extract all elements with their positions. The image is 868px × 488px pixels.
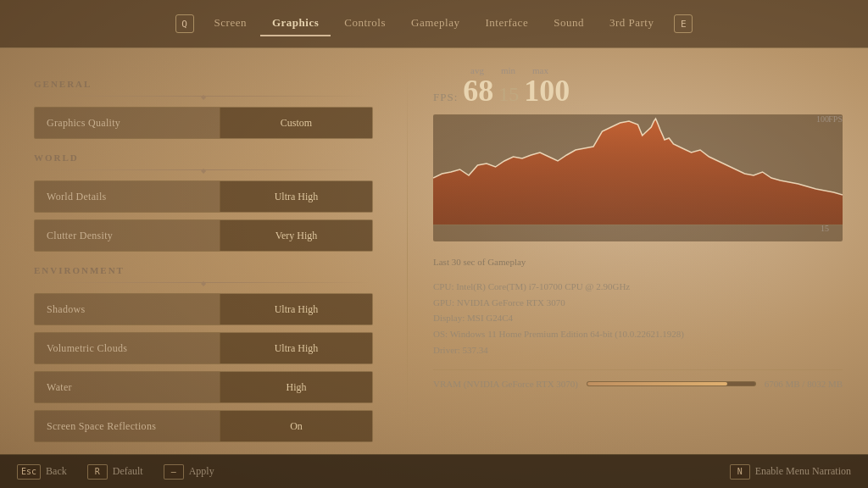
setting-water[interactable]: Water High (34, 371, 373, 403)
stats-panel: avg min max FPS: 68 15 100 FPS 100 (408, 48, 868, 454)
setting-screen-space-reflections[interactable]: Screen Space Reflections On (34, 410, 373, 442)
chart-subtitle: Last 30 sec of Gameplay (433, 257, 843, 267)
setting-label-clutter-density: Clutter Density (35, 230, 220, 242)
narration-label: Enable Menu Narration (755, 465, 851, 478)
default-action[interactable]: R Default (87, 464, 143, 480)
fps-label-text: FPS: (433, 91, 458, 104)
tab-3rdparty[interactable]: 3rd Party (598, 11, 666, 36)
apply-label: Apply (189, 465, 214, 478)
tab-gameplay[interactable]: Gameplay (399, 11, 471, 36)
settings-panel: GENERAL Graphics Quality Custom WORLD Wo… (0, 48, 407, 454)
setting-volumetric-clouds[interactable]: Volumetric Clouds Ultra High (34, 332, 373, 364)
tab-screen[interactable]: Screen (203, 11, 259, 36)
nav-tabs-container: Q Screen Graphics Controls Gameplay Inte… (169, 11, 700, 36)
bottom-bar: Esc Back R Default — Apply N Enable Menu… (0, 454, 868, 488)
section-divider-general (34, 96, 373, 97)
setting-label-volumetric-clouds: Volumetric Clouds (35, 342, 220, 355)
fps-chart-container: FPS 100 (433, 114, 843, 250)
vram-values: 6706 MB / 8032 MB (765, 379, 843, 389)
setting-value-volumetric-clouds: Ultra High (220, 333, 372, 363)
sysinfo-display: Display: MSI G24C4 (433, 310, 843, 326)
setting-label-graphics-quality: Graphics Quality (35, 117, 220, 130)
tab-sound[interactable]: Sound (542, 11, 596, 36)
fps-values-row: FPS: 68 15 100 (433, 75, 843, 106)
setting-shadows[interactable]: Shadows Ultra High (34, 293, 373, 325)
vram-bar-container (587, 381, 756, 386)
back-action[interactable]: Esc Back (17, 464, 67, 480)
sysinfo-driver: Driver: 537.34 (433, 342, 843, 358)
setting-world-details[interactable]: World Details Ultra High (34, 180, 373, 213)
setting-value-graphics-quality: Custom (220, 108, 372, 138)
setting-value-screen-space-reflections: On (220, 411, 372, 441)
sysinfo-cpu: CPU: Intel(R) Core(TM) i7-10700 CPU @ 2.… (433, 279, 843, 295)
bottom-actions-left: Esc Back R Default — Apply (17, 464, 214, 480)
setting-label-shadows: Shadows (35, 303, 220, 316)
chart-label-fps: FPS (828, 114, 843, 124)
main-content: GENERAL Graphics Quality Custom WORLD Wo… (0, 48, 868, 454)
back-label: Back (46, 465, 67, 478)
tab-interface[interactable]: Interface (473, 11, 540, 36)
default-label: Default (113, 465, 143, 478)
chart-label-15: 15 (821, 224, 829, 233)
section-title-environment: ENVIRONMENT (34, 265, 373, 275)
fps-min-label: min (501, 65, 515, 75)
default-key: R (87, 464, 108, 480)
fps-chart-svg (433, 114, 843, 241)
nav-right-key: E (674, 14, 693, 33)
chart-label-100: 100 (816, 114, 829, 124)
fps-max-value: 100 (524, 75, 570, 106)
sysinfo-gpu: GPU: NVIDIA GeForce RTX 3070 (433, 295, 843, 311)
sysinfo-os: OS: Windows 11 Home Premium Edition 64-b… (433, 326, 843, 342)
apply-action[interactable]: — Apply (164, 464, 214, 480)
top-navigation: Q Screen Graphics Controls Gameplay Inte… (0, 0, 868, 48)
section-title-world: WORLD (34, 152, 373, 163)
fps-avg-value: 68 (463, 75, 493, 106)
setting-clutter-density[interactable]: Clutter Density Very High (34, 219, 373, 252)
section-divider-environment (34, 282, 373, 283)
setting-label-screen-space-reflections: Screen Space Reflections (35, 420, 220, 433)
vram-section: VRAM (NVIDIA GeForce RTX 3070) 6706 MB /… (433, 369, 843, 389)
setting-value-clutter-density: Very High (220, 220, 372, 251)
setting-label-world-details: World Details (35, 191, 220, 203)
narration-key: N (730, 464, 750, 480)
tab-controls[interactable]: Controls (332, 11, 398, 36)
fps-min-value: 15 (498, 84, 519, 104)
setting-value-water: High (220, 372, 372, 402)
setting-value-shadows: Ultra High (220, 294, 372, 324)
system-info: CPU: Intel(R) Core(TM) i7-10700 CPU @ 2.… (433, 279, 843, 358)
section-divider-world (34, 169, 373, 170)
vram-bar-fill (587, 382, 727, 385)
setting-label-water: Water (35, 381, 220, 394)
tab-graphics[interactable]: Graphics (260, 11, 331, 36)
nav-left-key: Q (175, 14, 194, 33)
apply-key: — (164, 464, 184, 480)
bottom-actions-right: N Enable Menu Narration (730, 464, 851, 480)
setting-graphics-quality[interactable]: Graphics Quality Custom (34, 107, 373, 139)
setting-value-world-details: Ultra High (220, 181, 372, 212)
section-title-general: GENERAL (34, 79, 373, 89)
vram-label: VRAM (NVIDIA GeForce RTX 3070) (433, 379, 578, 389)
back-key: Esc (17, 464, 41, 480)
